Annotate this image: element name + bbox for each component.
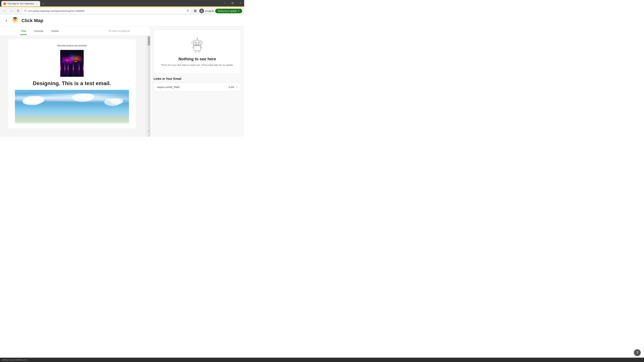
lock-icon bbox=[24, 9, 26, 12]
empty-state-box: Nothing to see here There isn't any clic… bbox=[154, 30, 241, 74]
maximize-button[interactable] bbox=[229, 0, 236, 6]
svg-point-11 bbox=[16, 19, 16, 19]
incognito-label: Incognito bbox=[205, 10, 214, 12]
svg-point-10 bbox=[14, 19, 15, 19]
svg-rect-4 bbox=[194, 11, 195, 12]
svg-point-28 bbox=[66, 59, 68, 60]
email-content-box: View this email in your browser bbox=[8, 39, 136, 128]
minimize-button[interactable]: ─ bbox=[221, 0, 229, 6]
mailchimp-logo bbox=[12, 17, 19, 24]
incognito-icon bbox=[199, 8, 204, 13]
svg-rect-19 bbox=[68, 62, 73, 77]
svg-rect-2 bbox=[194, 10, 195, 11]
svg-point-31 bbox=[63, 57, 64, 58]
no-clicks-indicator: No clicks recorded yet bbox=[108, 30, 130, 32]
svg-point-34 bbox=[22, 98, 34, 105]
forward-navigation-button[interactable] bbox=[9, 8, 14, 13]
url-text: us21.admin.mailchimp.com/reports/clickma… bbox=[28, 10, 185, 12]
svg-point-25 bbox=[63, 75, 66, 77]
link-row[interactable]: eepurl.com/iE_RW6 0.0% › bbox=[154, 83, 241, 91]
svg-rect-20 bbox=[74, 61, 79, 77]
svg-point-26 bbox=[68, 75, 73, 77]
email-preview-wrapper: View this email in your browser bbox=[0, 36, 150, 137]
svg-point-48 bbox=[198, 44, 198, 45]
svg-point-45 bbox=[198, 42, 199, 42]
extensions-button[interactable] bbox=[192, 8, 198, 13]
tab-total[interactable]: Total bbox=[20, 29, 27, 35]
incognito-indicator: Incognito bbox=[199, 8, 214, 13]
scroll-thumb[interactable] bbox=[148, 36, 150, 46]
svg-rect-56 bbox=[201, 41, 202, 44]
email-preview: View this email in your browser bbox=[0, 36, 146, 137]
right-panel: Nothing to see here There isn't any clic… bbox=[150, 26, 244, 137]
svg-line-52 bbox=[198, 51, 199, 53]
svg-rect-21 bbox=[80, 62, 83, 77]
link-percent: 0.0% bbox=[228, 86, 234, 88]
svg-rect-3 bbox=[196, 10, 196, 11]
svg-point-44 bbox=[195, 42, 196, 42]
svg-rect-17 bbox=[61, 63, 64, 77]
tab-desktop[interactable]: Desktop bbox=[34, 29, 44, 35]
svg-point-36 bbox=[79, 94, 94, 100]
left-panel: Total Desktop Mobile No clicks recorded … bbox=[0, 26, 150, 137]
svg-rect-55 bbox=[192, 41, 194, 44]
svg-point-30 bbox=[76, 59, 78, 60]
app-header: Click Map bbox=[0, 15, 244, 26]
tab-title: Click Map for Test | Mailchimp bbox=[8, 2, 34, 5]
svg-rect-39 bbox=[15, 116, 129, 122]
empty-state-illustration bbox=[189, 36, 206, 53]
link-url: eepurl.com/iE_RW6 bbox=[157, 86, 228, 88]
relaunch-button[interactable]: Relaunch to update bbox=[215, 9, 242, 13]
tab-mobile[interactable]: Mobile bbox=[51, 29, 60, 35]
window-controls: ─ ✕ bbox=[221, 0, 244, 6]
svg-rect-18 bbox=[65, 62, 68, 77]
scroll-down-button[interactable] bbox=[148, 130, 150, 132]
svg-rect-5 bbox=[196, 11, 196, 12]
back-navigation-button[interactable] bbox=[2, 8, 8, 13]
tab-close-button[interactable]: × bbox=[36, 2, 38, 5]
svg-point-29 bbox=[72, 58, 72, 59]
address-bar[interactable]: us21.admin.mailchimp.com/reports/clickma… bbox=[22, 8, 191, 14]
svg-rect-24 bbox=[74, 61, 77, 62]
empty-state-description: There isn't any click data to report yet… bbox=[157, 63, 237, 67]
svg-rect-23 bbox=[70, 63, 72, 63]
svg-rect-0 bbox=[232, 2, 233, 4]
back-button[interactable] bbox=[4, 18, 9, 23]
browser-tab-bar: Click Map for Test | Mailchimp × + ─ ✕ bbox=[0, 0, 244, 6]
email-landscape-image bbox=[15, 90, 129, 123]
page-content: Click Map Total Desktop Mobile No clicks… bbox=[0, 15, 244, 137]
new-tab-button[interactable]: + bbox=[41, 2, 46, 6]
link-arrow-icon: › bbox=[236, 85, 237, 88]
links-section-title: Links in Your Email bbox=[154, 77, 241, 81]
svg-line-50 bbox=[200, 46, 202, 48]
nav-right-buttons: Incognito Relaunch to update bbox=[192, 8, 242, 13]
svg-line-49 bbox=[192, 46, 194, 48]
tabs-bar: Total Desktop Mobile No clicks recorded … bbox=[0, 26, 150, 36]
bookmark-icon[interactable] bbox=[187, 9, 189, 12]
tab-favicon bbox=[3, 2, 6, 5]
svg-rect-1 bbox=[25, 10, 26, 12]
view-browser-link[interactable]: View this email in your browser bbox=[15, 44, 129, 46]
active-tab[interactable]: Click Map for Test | Mailchimp × bbox=[1, 1, 40, 6]
email-scroll-area[interactable]: View this email in your browser bbox=[0, 36, 148, 137]
svg-point-47 bbox=[196, 44, 196, 45]
main-layout: Total Desktop Mobile No clicks recorded … bbox=[0, 26, 244, 137]
svg-point-7 bbox=[201, 10, 202, 11]
svg-point-14 bbox=[16, 19, 18, 20]
reload-button[interactable] bbox=[16, 8, 21, 13]
svg-rect-16 bbox=[14, 17, 16, 18]
svg-point-38 bbox=[111, 98, 123, 104]
svg-point-27 bbox=[75, 75, 79, 77]
scroll-track bbox=[148, 36, 150, 137]
svg-point-13 bbox=[12, 19, 14, 20]
empty-state-title: Nothing to see here bbox=[157, 57, 237, 61]
close-window-button[interactable]: ✕ bbox=[236, 0, 244, 6]
navigation-bar: us21.admin.mailchimp.com/reports/clickma… bbox=[0, 7, 244, 15]
svg-rect-22 bbox=[66, 62, 68, 63]
email-hero-image bbox=[60, 50, 84, 77]
email-heading: Designing. This is a test email. bbox=[15, 80, 129, 86]
page-title: Click Map bbox=[22, 18, 44, 23]
svg-line-51 bbox=[195, 51, 196, 53]
